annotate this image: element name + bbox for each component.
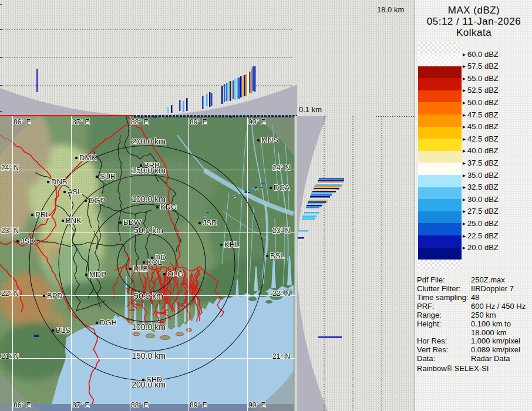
- svg-text:23° N: 23° N: [1, 227, 19, 235]
- svg-text:ASL: ASL: [68, 187, 82, 196]
- svg-text:88° E: 88° E: [131, 401, 148, 409]
- svg-text:86° E: 86° E: [14, 118, 31, 126]
- svg-text:JSR: JSR: [203, 218, 217, 227]
- svg-text:BRP: BRP: [144, 161, 160, 170]
- svg-text:DMK: DMK: [79, 153, 96, 162]
- svg-text:JSD: JSD: [21, 237, 35, 245]
- svg-text:BDW: BDW: [123, 218, 142, 227]
- svg-text:89° E: 89° E: [190, 118, 207, 126]
- svg-text:100.0 km: 100.0 km: [132, 322, 166, 332]
- svg-text:90° E: 90° E: [248, 401, 265, 409]
- svg-text:90° E: 90° E: [248, 118, 265, 126]
- svg-text:BSL: BSL: [270, 251, 285, 260]
- svg-text:88° E: 88° E: [131, 118, 148, 126]
- svg-text:BNK: BNK: [66, 216, 82, 225]
- svg-text:22° N: 22° N: [1, 289, 19, 298]
- svg-text:KOL: KOL: [147, 258, 162, 267]
- svg-text:KHL: KHL: [224, 240, 239, 249]
- svg-text:KRG: KRG: [160, 203, 177, 211]
- svg-text:MDP: MDP: [89, 270, 106, 279]
- svg-text:150.0 km: 150.0 km: [132, 351, 166, 361]
- svg-text:PRL: PRL: [35, 210, 50, 219]
- svg-text:24° N: 24° N: [272, 164, 290, 172]
- svg-text:23° N: 23° N: [272, 227, 290, 235]
- svg-text:87° E: 87° E: [72, 118, 89, 126]
- svg-text:87° E: 87° E: [72, 401, 89, 409]
- svg-text:89° E: 89° E: [190, 401, 207, 409]
- svg-text:SUR: SUR: [100, 172, 116, 181]
- svg-text:200.0 km: 200.0 km: [132, 137, 166, 146]
- svg-text:22° N: 22° N: [272, 289, 290, 298]
- svg-text:DGP: DGP: [89, 196, 105, 205]
- svg-text:50.0 km: 50.0 km: [134, 225, 163, 235]
- svg-text:DGH: DGH: [100, 318, 117, 327]
- svg-text:OLG: OLG: [167, 269, 183, 278]
- svg-text:SHD: SHD: [146, 375, 162, 384]
- svg-text:BPD: BPD: [47, 291, 63, 300]
- svg-text:ULB: ULB: [133, 264, 148, 273]
- svg-text:50.0 km: 50.0 km: [134, 291, 163, 301]
- svg-text:21° N: 21° N: [272, 352, 290, 361]
- svg-text:DNB: DNB: [51, 177, 67, 186]
- svg-text:86° E: 86° E: [14, 401, 31, 409]
- svg-text:21° N: 21° N: [1, 352, 19, 361]
- svg-text:DCA: DCA: [274, 183, 290, 192]
- svg-text:24° N: 24° N: [1, 164, 19, 172]
- svg-text:BLS: BLS: [56, 326, 70, 335]
- svg-text:MNS: MNS: [261, 136, 278, 144]
